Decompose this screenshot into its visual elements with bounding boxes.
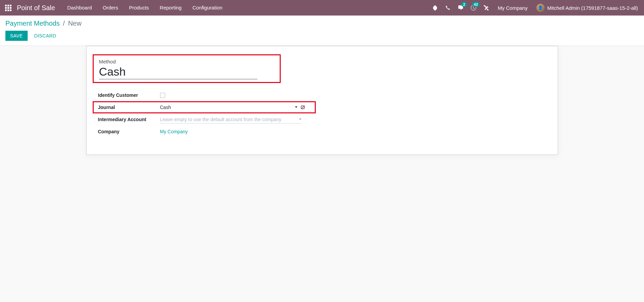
- breadcrumb: Payment Methods / New: [5, 20, 639, 27]
- avatar: 👤: [536, 4, 545, 12]
- company-link[interactable]: My Company: [160, 129, 188, 134]
- company-label: Company: [98, 129, 160, 134]
- nav-configuration[interactable]: Configuration: [187, 0, 228, 16]
- user-menu[interactable]: 👤 Mitchell Admin (17591877-saas-15-2-all…: [533, 4, 641, 12]
- phone-icon[interactable]: [442, 0, 454, 16]
- activities-icon[interactable]: 42: [467, 0, 480, 16]
- control-panel: Payment Methods / New Save Discard: [0, 16, 644, 46]
- method-input[interactable]: [99, 64, 257, 79]
- company-switcher[interactable]: My Company: [493, 5, 532, 11]
- journal-label: Journal: [98, 105, 160, 110]
- app-brand[interactable]: Point of Sale: [17, 4, 55, 12]
- form-sheet: Method Identify Customer Journal Cash: [86, 46, 558, 155]
- identify-customer-checkbox[interactable]: [160, 93, 165, 98]
- debug-icon[interactable]: [429, 0, 441, 16]
- journal-input[interactable]: Cash: [160, 104, 305, 111]
- breadcrumb-parent[interactable]: Payment Methods: [5, 20, 60, 27]
- nav-menu: Dashboard Orders Products Reporting Conf…: [62, 0, 228, 16]
- chevron-down-icon[interactable]: [299, 118, 302, 120]
- breadcrumb-current: New: [68, 20, 82, 27]
- activities-badge: 42: [472, 2, 480, 7]
- nav-orders[interactable]: Orders: [97, 0, 124, 16]
- user-name: Mitchell Admin (17591877-saas-15-2-all): [547, 5, 638, 11]
- nav-dashboard[interactable]: Dashboard: [62, 0, 97, 16]
- intermediary-account-label: Intermediary Account: [98, 117, 160, 122]
- discard-button[interactable]: Discard: [31, 31, 60, 41]
- method-label: Method: [99, 57, 274, 64]
- chevron-down-icon[interactable]: [295, 106, 298, 108]
- journal-field-highlight: Journal Cash: [93, 101, 316, 113]
- intermediary-account-input[interactable]: Leave empty to use the default account f…: [160, 116, 302, 123]
- tools-icon[interactable]: [480, 0, 492, 16]
- save-button[interactable]: Save: [5, 31, 28, 41]
- method-field-highlight: Method: [93, 54, 281, 83]
- identify-customer-label: Identify Customer: [98, 92, 160, 98]
- apps-menu-icon[interactable]: [3, 0, 13, 16]
- messages-icon[interactable]: 2: [455, 0, 467, 16]
- navbar: Point of Sale Dashboard Orders Products …: [0, 0, 644, 16]
- external-link-icon[interactable]: [300, 105, 305, 110]
- nav-reporting[interactable]: Reporting: [154, 0, 187, 16]
- messages-badge: 2: [461, 2, 467, 7]
- nav-products[interactable]: Products: [124, 0, 154, 16]
